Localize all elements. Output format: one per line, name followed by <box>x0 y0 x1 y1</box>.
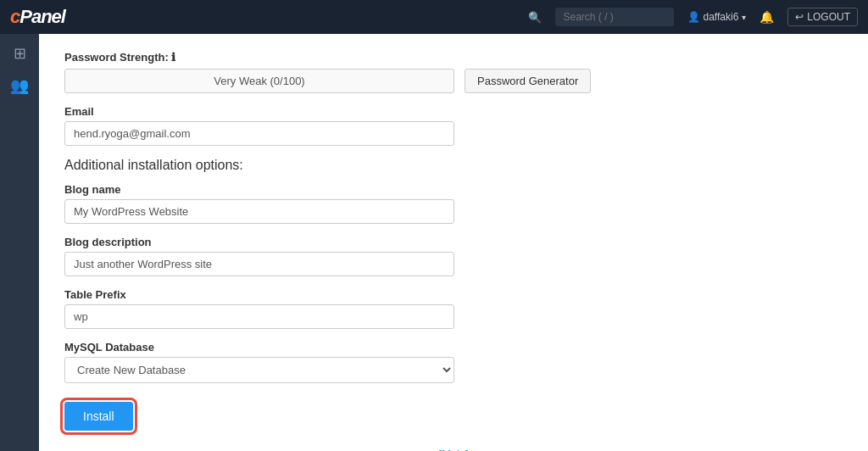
install-button[interactable]: Install <box>64 402 133 431</box>
password-strength-label: Password Strength: ℹ <box>64 51 843 64</box>
mysql-database-group: MySQL Database Create New Database <box>64 341 843 383</box>
main-link[interactable]: [Main] <box>438 448 468 451</box>
blog-description-label: Blog description <box>64 236 843 248</box>
email-label: Email <box>64 105 843 118</box>
grid-icon[interactable]: ⊞ <box>14 44 26 63</box>
password-strength-bar: Very Weak (0/100) <box>64 69 454 93</box>
email-group: Email <box>64 105 843 146</box>
cpanel-logo: cPanel <box>10 6 65 28</box>
table-prefix-label: Table Prefix <box>64 288 843 301</box>
blog-name-input[interactable] <box>64 199 454 224</box>
users-icon[interactable]: 👥 <box>10 76 29 95</box>
mysql-database-select[interactable]: Create New Database <box>64 357 454 383</box>
logout-button[interactable]: ↩ LOGOUT <box>787 8 858 26</box>
additional-options-title: Additional installation options: <box>64 158 843 173</box>
notification-bell-icon[interactable]: 🔔 <box>760 10 774 24</box>
logout-icon: ↩ <box>795 11 804 23</box>
install-button-container: Install <box>64 395 843 431</box>
top-navigation: cPanel 🔍 👤 daffaki6 ▾ 🔔 ↩ LOGOUT <box>0 0 868 34</box>
chevron-down-icon: ▾ <box>742 13 746 22</box>
user-icon: 👤 <box>687 11 700 23</box>
password-row: Very Weak (0/100) Password Generator <box>64 69 843 93</box>
page-layout: ⊞ 👥 Password Strength: ℹ Very Weak (0/10… <box>0 34 868 451</box>
blog-name-label: Blog name <box>64 183 843 196</box>
search-input[interactable] <box>555 8 674 26</box>
main-content: Password Strength: ℹ Very Weak (0/100) P… <box>39 34 868 451</box>
blog-name-group: Blog name <box>64 183 843 224</box>
topnav-user[interactable]: 👤 daffaki6 ▾ <box>687 11 747 23</box>
email-input[interactable] <box>64 121 454 146</box>
password-strength-group: Password Strength: ℹ Very Weak (0/100) P… <box>64 51 843 93</box>
blog-description-input[interactable] <box>64 252 454 276</box>
content-area: Password Strength: ℹ Very Weak (0/100) P… <box>39 34 868 451</box>
blog-description-group: Blog description <box>64 236 843 276</box>
topnav-left: cPanel <box>10 6 65 28</box>
sidebar: ⊞ 👥 <box>0 34 39 451</box>
search-icon: 🔍 <box>528 11 542 24</box>
topnav-right: 🔍 👤 daffaki6 ▾ 🔔 ↩ LOGOUT <box>528 8 858 26</box>
mysql-database-label: MySQL Database <box>64 341 843 354</box>
table-prefix-group: Table Prefix <box>64 288 843 329</box>
info-icon[interactable]: ℹ <box>171 51 175 64</box>
main-link-container: [Main] <box>64 448 843 451</box>
table-prefix-input[interactable] <box>64 304 454 329</box>
password-generator-button[interactable]: Password Generator <box>465 69 591 93</box>
